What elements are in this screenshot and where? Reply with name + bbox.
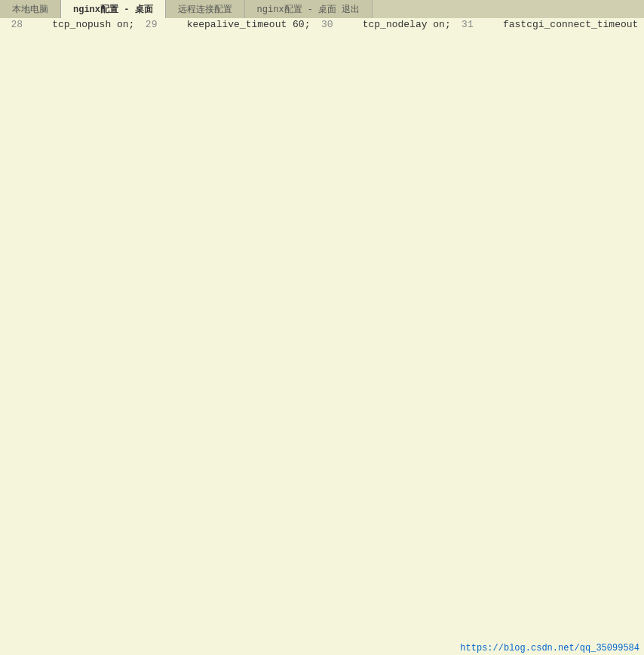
table-row: 30 tcp_nodelay on; <box>310 18 450 75</box>
table-row: 31 fastcgi_connect_timeout 300; <box>451 18 644 75</box>
tab-nginx-exit[interactable]: nginx配置 - 桌面 退出 <box>245 0 373 18</box>
tab-local[interactable]: 本地电脑 <box>0 0 61 18</box>
editor-container: 本地电脑 nginx配置 - 桌面 远程连接配置 nginx配置 - 桌面 退出… <box>0 0 644 655</box>
line-number: 28 <box>0 18 29 32</box>
line-number: 31 <box>451 18 480 32</box>
line-number: 29 <box>134 18 163 32</box>
line-content: keepalive_timeout 60; <box>163 18 310 32</box>
table-row: 28 tcp_nopush on; <box>0 18 134 75</box>
line-content: tcp_nopush on; <box>29 18 134 32</box>
tab-remote[interactable]: 远程连接配置 <box>166 0 245 18</box>
line-content: tcp_nodelay on; <box>339 18 450 32</box>
tab-nginx-config[interactable]: nginx配置 - 桌面 <box>61 0 166 18</box>
status-bar: https://blog.csdn.net/qq_35099584 <box>455 641 644 655</box>
tab-bar: 本地电脑 nginx配置 - 桌面 远程连接配置 nginx配置 - 桌面 退出 <box>0 0 644 18</box>
code-area: 28 tcp_nopush on;29 keepalive_timeout 60… <box>0 18 644 75</box>
line-number: 30 <box>310 18 339 32</box>
table-row: 29 keepalive_timeout 60; <box>134 18 310 75</box>
line-content: fastcgi_connect_timeout 300; <box>480 18 644 32</box>
